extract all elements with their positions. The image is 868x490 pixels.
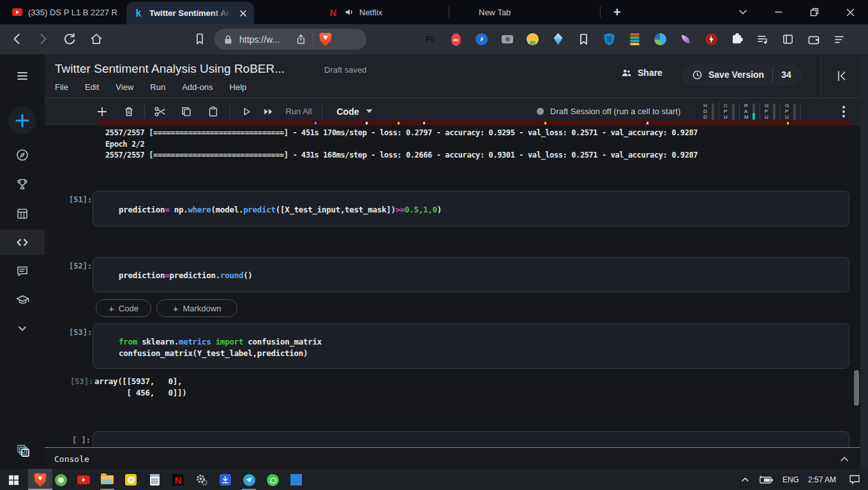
add-code-button[interactable]: + Code <box>96 299 151 317</box>
code-line: confusion_matrix(Y_test_label,prediction… <box>93 348 849 359</box>
extension-camera-icon[interactable] <box>500 33 514 46</box>
tab-new-tab[interactable]: New Tab <box>449 0 600 24</box>
output-execution-label: [53]: <box>70 377 93 386</box>
brave-menu-icon[interactable] <box>832 33 846 46</box>
forward-icon[interactable] <box>36 32 50 46</box>
taskbar-settings-icon[interactable] <box>193 471 210 488</box>
tab-youtube[interactable]: (335) DS P L1 B 2227 Review Cl <box>5 0 126 24</box>
taskbar-file-explorer-icon[interactable] <box>99 471 116 488</box>
url-text[interactable]: https://w... <box>239 34 280 45</box>
code-cell-51[interactable]: prediction= np.where(model.predict([X_te… <box>93 191 849 226</box>
browser-scrollbar[interactable] <box>860 54 868 469</box>
back-icon[interactable] <box>10 32 24 46</box>
toolbar-separator <box>144 105 145 118</box>
stacked-windows-icon[interactable] <box>14 442 32 460</box>
extension-pointer-icon[interactable] <box>475 33 488 46</box>
sidebar-item-datasets[interactable] <box>0 201 45 226</box>
tab-search-icon[interactable] <box>725 0 761 24</box>
minimize-icon[interactable] <box>761 0 797 24</box>
bookmark-icon[interactable] <box>193 32 207 46</box>
clock-icon <box>692 70 703 80</box>
create-button[interactable] <box>0 105 45 136</box>
playlist-icon[interactable] <box>756 33 769 46</box>
sidebar-item-competitions[interactable] <box>0 172 45 197</box>
console-expand-chevron-icon[interactable] <box>840 456 849 462</box>
add-markdown-button[interactable]: + Markdown <box>156 299 237 317</box>
extension-layers-icon[interactable] <box>628 33 641 46</box>
taskbar-green-app-icon[interactable] <box>52 471 69 488</box>
extension-bolt-icon[interactable] <box>705 33 718 46</box>
new-tab-button[interactable]: + <box>613 6 621 19</box>
menu-help[interactable]: Help <box>230 82 247 92</box>
taskbar-whatsapp-icon[interactable] <box>264 471 281 488</box>
menu-edit[interactable]: Edit <box>85 82 99 92</box>
share-page-icon[interactable] <box>295 33 307 45</box>
sidebar-item-discussions[interactable] <box>0 258 45 284</box>
save-version-control: Save Version 34 <box>682 63 802 86</box>
cell-execution-label: [ ]: <box>72 436 91 445</box>
tab-kaggle[interactable]: k Twitter Sentiment Analysis <box>126 2 254 24</box>
language-indicator[interactable]: ENG <box>782 475 799 484</box>
address-bar[interactable]: https://w... <box>214 29 366 50</box>
menu-run[interactable]: Run <box>150 82 165 92</box>
extension-infinity-icon[interactable]: ∞ <box>449 33 463 46</box>
save-version-button[interactable]: Save Version <box>708 70 764 80</box>
extension-shield-icon[interactable] <box>602 33 616 46</box>
taskbar-youtube-icon[interactable] <box>75 471 92 488</box>
sidebar-item-home[interactable] <box>0 142 45 168</box>
sidebar-item-learn[interactable] <box>0 287 45 313</box>
menu-addons[interactable]: Add-ons <box>182 82 213 92</box>
training-output-line: 2557/2557 [=============================… <box>105 128 698 137</box>
taskbar-vscode-icon[interactable] <box>288 471 304 488</box>
extension-money-emoji-icon[interactable] <box>526 33 539 46</box>
extension-fc-icon[interactable]: Fc <box>424 33 437 46</box>
code-cell-52[interactable]: prediction=prediction.round() <box>93 257 849 292</box>
windows-taskbar: N ENG 2:57 AM <box>0 469 868 490</box>
sidebar-item-code[interactable] <box>0 230 45 255</box>
extension-bookmark-icon[interactable] <box>577 33 590 46</box>
sidebar-more-chevron-icon[interactable] <box>0 316 45 341</box>
close-window-icon[interactable] <box>832 0 868 24</box>
cell-output-array: array([[5937, 0], [ 456, 0]]) <box>94 376 187 399</box>
share-button[interactable]: Share <box>620 67 662 78</box>
collapse-panel-icon[interactable] <box>834 69 848 83</box>
clock[interactable]: 2:57 AM <box>808 475 836 484</box>
console-panel[interactable]: Console <box>45 447 860 470</box>
notebook-scrollbar-thumb[interactable] <box>854 370 859 406</box>
code-cell-53[interactable]: from sklearn.metrics import confusion_ma… <box>93 323 849 369</box>
share-label: Share <box>638 68 662 78</box>
version-count[interactable]: 34 <box>781 70 791 80</box>
taskbar-netflix-icon[interactable]: N <box>170 471 186 488</box>
reload-icon[interactable] <box>63 32 77 46</box>
gpu-meter: GPU <box>765 103 775 120</box>
wallet-icon[interactable] <box>807 33 820 46</box>
tab-close-icon[interactable] <box>239 9 248 18</box>
extension-globe-icon[interactable] <box>654 33 667 46</box>
brave-shield-icon[interactable] <box>319 33 332 47</box>
tray-hidden-icons-chevron[interactable] <box>741 477 749 482</box>
extension-feather-icon[interactable] <box>679 33 692 46</box>
hamburger-menu-icon[interactable] <box>0 63 45 89</box>
menu-file[interactable]: File <box>55 82 68 92</box>
code-line: from sklearn.metrics import confusion_ma… <box>93 324 849 348</box>
taskbar-download-manager-icon[interactable] <box>217 471 234 488</box>
menu-view[interactable]: View <box>116 82 133 92</box>
clipped-warning-output <box>98 121 849 126</box>
sidebar-toggle-icon[interactable] <box>781 33 795 46</box>
start-button[interactable] <box>5 471 22 488</box>
taskbar-media-player-icon[interactable] <box>123 471 139 488</box>
menu-bar: File Edit View Run Add-ons Help <box>55 82 246 92</box>
tab-netflix[interactable]: N Netflix <box>254 0 449 24</box>
taskbar-brave-icon[interactable] <box>32 471 49 488</box>
action-center-icon[interactable] <box>849 474 860 485</box>
extensions-puzzle-icon[interactable] <box>730 33 744 46</box>
home-icon[interactable] <box>89 32 103 46</box>
restore-icon[interactable] <box>797 0 832 24</box>
notebook-title[interactable]: Twitter Sentiment Analysis Using RoBER..… <box>55 62 285 76</box>
taskbar-telegram-icon[interactable] <box>241 471 257 488</box>
empty-code-cell[interactable] <box>93 431 849 448</box>
extension-drop-icon[interactable] <box>551 33 565 46</box>
kaggle-sidebar <box>0 54 45 469</box>
battery-icon[interactable] <box>758 475 774 484</box>
taskbar-notepad-icon[interactable] <box>146 471 163 488</box>
